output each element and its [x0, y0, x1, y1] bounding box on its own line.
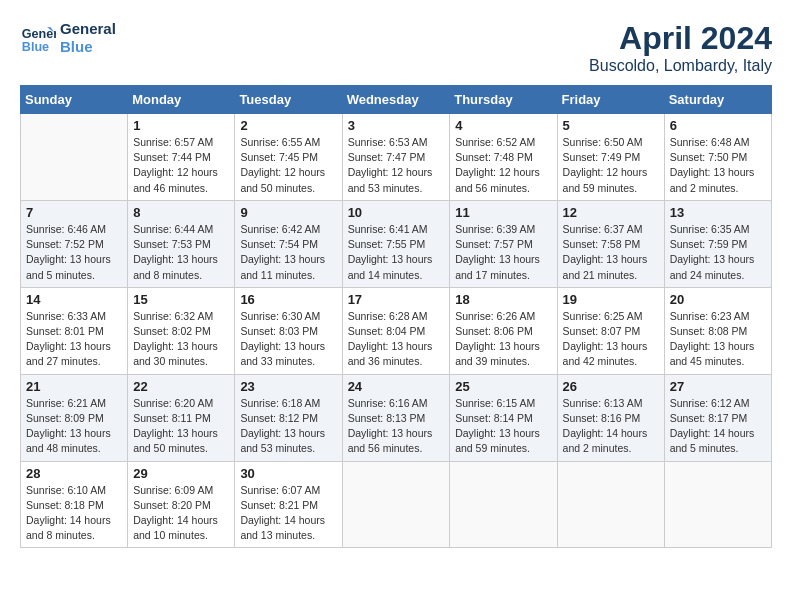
calendar-cell: 20Sunrise: 6:23 AM Sunset: 8:08 PM Dayli…	[664, 287, 771, 374]
calendar-cell: 5Sunrise: 6:50 AM Sunset: 7:49 PM Daylig…	[557, 114, 664, 201]
weekday-header-saturday: Saturday	[664, 86, 771, 114]
calendar-cell: 10Sunrise: 6:41 AM Sunset: 7:55 PM Dayli…	[342, 200, 450, 287]
title-area: April 2024 Buscoldo, Lombardy, Italy	[589, 20, 772, 75]
calendar-cell: 29Sunrise: 6:09 AM Sunset: 8:20 PM Dayli…	[128, 461, 235, 548]
svg-text:Blue: Blue	[22, 40, 49, 54]
calendar-cell: 4Sunrise: 6:52 AM Sunset: 7:48 PM Daylig…	[450, 114, 557, 201]
calendar-cell: 6Sunrise: 6:48 AM Sunset: 7:50 PM Daylig…	[664, 114, 771, 201]
day-number: 26	[563, 379, 659, 394]
calendar-cell	[557, 461, 664, 548]
day-number: 6	[670, 118, 766, 133]
day-number: 8	[133, 205, 229, 220]
calendar-cell: 25Sunrise: 6:15 AM Sunset: 8:14 PM Dayli…	[450, 374, 557, 461]
day-number: 27	[670, 379, 766, 394]
day-number: 23	[240, 379, 336, 394]
calendar-cell: 27Sunrise: 6:12 AM Sunset: 8:17 PM Dayli…	[664, 374, 771, 461]
day-detail: Sunrise: 6:30 AM Sunset: 8:03 PM Dayligh…	[240, 309, 336, 370]
day-number: 29	[133, 466, 229, 481]
day-number: 16	[240, 292, 336, 307]
calendar-cell: 9Sunrise: 6:42 AM Sunset: 7:54 PM Daylig…	[235, 200, 342, 287]
calendar-cell: 22Sunrise: 6:20 AM Sunset: 8:11 PM Dayli…	[128, 374, 235, 461]
weekday-header-tuesday: Tuesday	[235, 86, 342, 114]
calendar-cell	[342, 461, 450, 548]
calendar-week-row: 14Sunrise: 6:33 AM Sunset: 8:01 PM Dayli…	[21, 287, 772, 374]
day-detail: Sunrise: 6:41 AM Sunset: 7:55 PM Dayligh…	[348, 222, 445, 283]
day-number: 5	[563, 118, 659, 133]
logo-line2: Blue	[60, 38, 116, 56]
day-detail: Sunrise: 6:53 AM Sunset: 7:47 PM Dayligh…	[348, 135, 445, 196]
day-number: 9	[240, 205, 336, 220]
calendar-cell: 15Sunrise: 6:32 AM Sunset: 8:02 PM Dayli…	[128, 287, 235, 374]
day-detail: Sunrise: 6:10 AM Sunset: 8:18 PM Dayligh…	[26, 483, 122, 544]
day-number: 1	[133, 118, 229, 133]
day-number: 22	[133, 379, 229, 394]
day-detail: Sunrise: 6:07 AM Sunset: 8:21 PM Dayligh…	[240, 483, 336, 544]
weekday-header-wednesday: Wednesday	[342, 86, 450, 114]
calendar-cell: 13Sunrise: 6:35 AM Sunset: 7:59 PM Dayli…	[664, 200, 771, 287]
day-detail: Sunrise: 6:28 AM Sunset: 8:04 PM Dayligh…	[348, 309, 445, 370]
weekday-header-row: SundayMondayTuesdayWednesdayThursdayFrid…	[21, 86, 772, 114]
day-detail: Sunrise: 6:55 AM Sunset: 7:45 PM Dayligh…	[240, 135, 336, 196]
weekday-header-sunday: Sunday	[21, 86, 128, 114]
day-detail: Sunrise: 6:20 AM Sunset: 8:11 PM Dayligh…	[133, 396, 229, 457]
calendar-cell: 16Sunrise: 6:30 AM Sunset: 8:03 PM Dayli…	[235, 287, 342, 374]
calendar-header: SundayMondayTuesdayWednesdayThursdayFrid…	[21, 86, 772, 114]
day-detail: Sunrise: 6:13 AM Sunset: 8:16 PM Dayligh…	[563, 396, 659, 457]
calendar-cell: 7Sunrise: 6:46 AM Sunset: 7:52 PM Daylig…	[21, 200, 128, 287]
calendar-cell: 28Sunrise: 6:10 AM Sunset: 8:18 PM Dayli…	[21, 461, 128, 548]
day-number: 7	[26, 205, 122, 220]
day-detail: Sunrise: 6:15 AM Sunset: 8:14 PM Dayligh…	[455, 396, 551, 457]
day-detail: Sunrise: 6:09 AM Sunset: 8:20 PM Dayligh…	[133, 483, 229, 544]
weekday-header-thursday: Thursday	[450, 86, 557, 114]
day-number: 2	[240, 118, 336, 133]
day-number: 30	[240, 466, 336, 481]
day-number: 12	[563, 205, 659, 220]
day-detail: Sunrise: 6:42 AM Sunset: 7:54 PM Dayligh…	[240, 222, 336, 283]
day-detail: Sunrise: 6:35 AM Sunset: 7:59 PM Dayligh…	[670, 222, 766, 283]
calendar-week-row: 28Sunrise: 6:10 AM Sunset: 8:18 PM Dayli…	[21, 461, 772, 548]
day-detail: Sunrise: 6:44 AM Sunset: 7:53 PM Dayligh…	[133, 222, 229, 283]
calendar-week-row: 1Sunrise: 6:57 AM Sunset: 7:44 PM Daylig…	[21, 114, 772, 201]
month-title: April 2024	[589, 20, 772, 57]
calendar-cell: 11Sunrise: 6:39 AM Sunset: 7:57 PM Dayli…	[450, 200, 557, 287]
day-number: 14	[26, 292, 122, 307]
day-detail: Sunrise: 6:33 AM Sunset: 8:01 PM Dayligh…	[26, 309, 122, 370]
day-number: 28	[26, 466, 122, 481]
calendar-cell: 17Sunrise: 6:28 AM Sunset: 8:04 PM Dayli…	[342, 287, 450, 374]
weekday-header-friday: Friday	[557, 86, 664, 114]
calendar-cell: 2Sunrise: 6:55 AM Sunset: 7:45 PM Daylig…	[235, 114, 342, 201]
day-detail: Sunrise: 6:18 AM Sunset: 8:12 PM Dayligh…	[240, 396, 336, 457]
day-number: 4	[455, 118, 551, 133]
calendar-cell	[21, 114, 128, 201]
day-detail: Sunrise: 6:25 AM Sunset: 8:07 PM Dayligh…	[563, 309, 659, 370]
calendar-cell: 18Sunrise: 6:26 AM Sunset: 8:06 PM Dayli…	[450, 287, 557, 374]
calendar-cell: 19Sunrise: 6:25 AM Sunset: 8:07 PM Dayli…	[557, 287, 664, 374]
day-number: 13	[670, 205, 766, 220]
calendar-body: 1Sunrise: 6:57 AM Sunset: 7:44 PM Daylig…	[21, 114, 772, 548]
logo-icon: General Blue	[20, 20, 56, 56]
day-number: 3	[348, 118, 445, 133]
header: General Blue General Blue April 2024 Bus…	[20, 20, 772, 75]
location-title: Buscoldo, Lombardy, Italy	[589, 57, 772, 75]
day-number: 10	[348, 205, 445, 220]
calendar-week-row: 7Sunrise: 6:46 AM Sunset: 7:52 PM Daylig…	[21, 200, 772, 287]
day-number: 11	[455, 205, 551, 220]
day-detail: Sunrise: 6:21 AM Sunset: 8:09 PM Dayligh…	[26, 396, 122, 457]
calendar-cell	[664, 461, 771, 548]
calendar-cell: 3Sunrise: 6:53 AM Sunset: 7:47 PM Daylig…	[342, 114, 450, 201]
day-detail: Sunrise: 6:16 AM Sunset: 8:13 PM Dayligh…	[348, 396, 445, 457]
calendar-cell: 21Sunrise: 6:21 AM Sunset: 8:09 PM Dayli…	[21, 374, 128, 461]
day-detail: Sunrise: 6:37 AM Sunset: 7:58 PM Dayligh…	[563, 222, 659, 283]
day-number: 20	[670, 292, 766, 307]
day-detail: Sunrise: 6:46 AM Sunset: 7:52 PM Dayligh…	[26, 222, 122, 283]
day-detail: Sunrise: 6:26 AM Sunset: 8:06 PM Dayligh…	[455, 309, 551, 370]
day-detail: Sunrise: 6:48 AM Sunset: 7:50 PM Dayligh…	[670, 135, 766, 196]
calendar-cell: 30Sunrise: 6:07 AM Sunset: 8:21 PM Dayli…	[235, 461, 342, 548]
day-number: 19	[563, 292, 659, 307]
day-number: 15	[133, 292, 229, 307]
logo: General Blue General Blue	[20, 20, 116, 56]
calendar-cell: 12Sunrise: 6:37 AM Sunset: 7:58 PM Dayli…	[557, 200, 664, 287]
calendar-cell: 26Sunrise: 6:13 AM Sunset: 8:16 PM Dayli…	[557, 374, 664, 461]
calendar-cell: 24Sunrise: 6:16 AM Sunset: 8:13 PM Dayli…	[342, 374, 450, 461]
day-number: 18	[455, 292, 551, 307]
